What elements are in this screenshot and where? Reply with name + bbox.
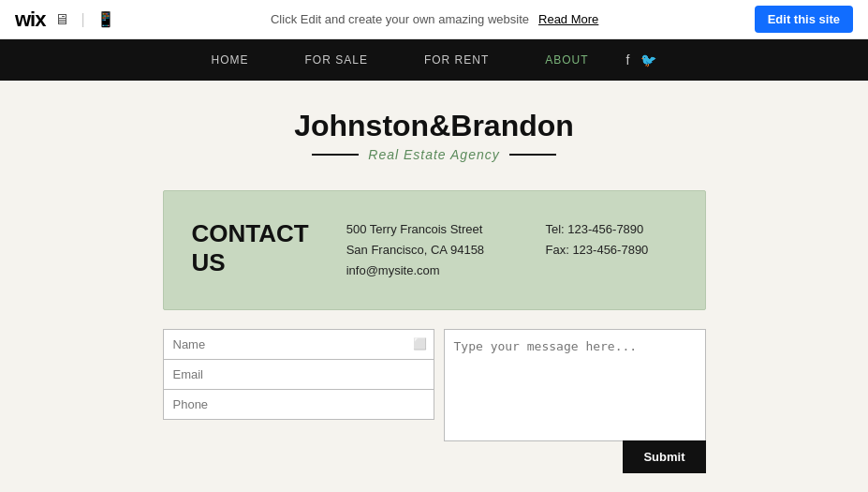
nav-item-for-rent[interactable]: FOR RENT — [424, 53, 489, 67]
facebook-icon[interactable]: f — [626, 52, 630, 67]
top-banner-center: Click Edit and create your own amazing w… — [271, 12, 598, 26]
tel-number: Tel: 123-456-7890 — [546, 219, 677, 240]
nav-item-for-sale[interactable]: FOR SALE — [305, 53, 368, 67]
contact-form: ⬜ Submit — [163, 329, 706, 473]
site-title-block: Johnston&Brandon Real Estate Agency — [19, 109, 849, 162]
message-textarea[interactable] — [444, 329, 706, 441]
address-street: 500 Terry Francois Street — [346, 219, 508, 240]
device-separator: | — [81, 11, 84, 28]
wix-logo: wix — [15, 7, 45, 32]
top-banner-left: wix 🖥 | 📱 — [15, 7, 115, 32]
twitter-icon[interactable]: 🐦 — [640, 52, 656, 67]
banner-text: Click Edit and create your own amazing w… — [271, 12, 529, 26]
contact-address: 500 Terry Francois Street San Francisco,… — [346, 219, 508, 281]
nav-social: f 🐦 — [626, 52, 657, 67]
top-banner: wix 🖥 | 📱 Click Edit and create your own… — [0, 0, 868, 39]
contact-title: CONTACTUS — [192, 219, 309, 277]
nav-item-about[interactable]: ABOUT — [545, 53, 588, 67]
subtitle-line-left — [312, 154, 359, 156]
site-subtitle-row: Real Estate Agency — [19, 147, 849, 162]
site-nav: HOME FOR SALE FOR RENT ABOUT f 🐦 — [0, 39, 868, 81]
edit-site-button[interactable]: Edit this site — [755, 6, 853, 33]
desktop-icon[interactable]: 🖥 — [54, 11, 69, 28]
site-subtitle: Real Estate Agency — [368, 147, 499, 162]
nav-inner: HOME FOR SALE FOR RENT ABOUT f 🐦 — [212, 52, 657, 67]
contact-box: CONTACTUS 500 Terry Francois Street San … — [163, 190, 706, 310]
site-content: Johnston&Brandon Real Estate Agency CONT… — [0, 81, 868, 492]
contact-tel: Tel: 123-456-7890 Fax: 123-456-7890 — [546, 219, 677, 261]
form-left: ⬜ — [163, 329, 434, 473]
device-icons: 🖥 | 📱 — [54, 10, 114, 28]
nav-item-home[interactable]: HOME — [212, 53, 249, 67]
name-row: ⬜ — [163, 329, 434, 359]
submit-button[interactable]: Submit — [623, 440, 705, 473]
address-email: info@mysite.com — [346, 261, 508, 281]
subtitle-line-right — [509, 154, 556, 156]
email-input[interactable] — [163, 359, 434, 389]
phone-input[interactable] — [163, 389, 434, 420]
nav-items: HOME FOR SALE FOR RENT ABOUT — [212, 53, 589, 67]
submit-row: Submit — [444, 441, 706, 473]
mobile-icon[interactable]: 📱 — [96, 10, 115, 28]
fax-number: Fax: 123-456-7890 — [546, 240, 677, 261]
address-city: San Francisco, CA 94158 — [346, 240, 508, 261]
read-more-link[interactable]: Read More — [538, 12, 598, 26]
form-right: Submit — [444, 329, 706, 473]
name-input[interactable] — [163, 329, 434, 359]
name-icon: ⬜ — [413, 337, 427, 350]
site-title: Johnston&Brandon — [19, 109, 849, 143]
